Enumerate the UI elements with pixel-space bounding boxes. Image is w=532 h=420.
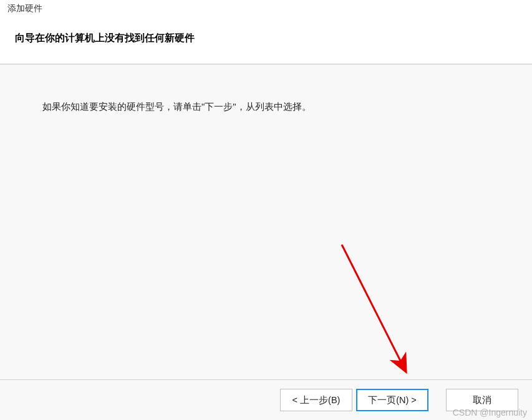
wizard-heading: 向导在你的计算机上没有找到任何新硬件 (7, 32, 525, 45)
back-button[interactable]: < 上一步(B) (280, 389, 352, 411)
next-button[interactable]: 下一页(N) > (356, 389, 428, 411)
add-hardware-wizard: 添加硬件 向导在你的计算机上没有找到任何新硬件 如果你知道要安装的硬件型号，请单… (0, 0, 532, 420)
wizard-header: 添加硬件 向导在你的计算机上没有找到任何新硬件 (0, 0, 532, 64)
wizard-button-bar: < 上一步(B) 下一页(N) > 取消 (0, 379, 532, 420)
window-title: 添加硬件 (7, 3, 525, 14)
cancel-button[interactable]: 取消 (446, 389, 518, 411)
wizard-content: 如果你知道要安装的硬件型号，请单击"下一步"，从列表中选择。 (0, 64, 532, 379)
svg-line-0 (342, 245, 405, 371)
instruction-text: 如果你知道要安装的硬件型号，请单击"下一步"，从列表中选择。 (42, 99, 513, 114)
annotation-arrow (337, 240, 430, 383)
